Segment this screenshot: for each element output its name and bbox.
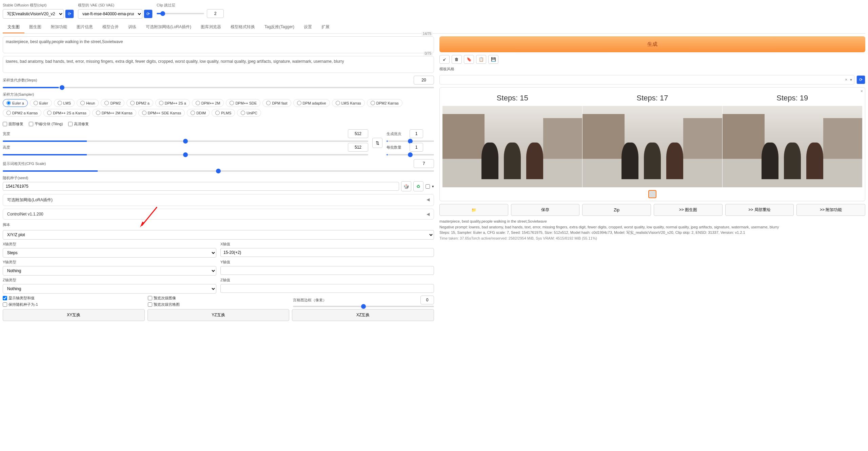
controlnet-accordion[interactable]: ControlNet v1.1.200◀ (3, 209, 434, 220)
sampler-heun[interactable]: Heun (77, 99, 99, 107)
sampler-lmskarras[interactable]: LMS Karras (332, 99, 365, 107)
clipboard-icon[interactable]: 📋 (476, 55, 486, 64)
folder-button[interactable]: 📁 (439, 204, 508, 216)
send-img2img-button[interactable]: >> 图生图 (654, 204, 723, 216)
tab-pnginfo[interactable]: 图片信息 (72, 21, 98, 33)
script-select[interactable]: X/Y/Z plot (3, 230, 434, 240)
margin-value[interactable] (420, 296, 434, 304)
tab-img2img[interactable]: 图生图 (24, 21, 46, 33)
width-value[interactable] (348, 129, 368, 138)
dice-icon[interactable]: 🎲 (401, 181, 411, 191)
ckpt-select[interactable]: 写实\realisticVisionV20_v20.safetensors [c… (3, 9, 64, 19)
swap-dims-button[interactable]: ⇅ (372, 138, 382, 148)
cfg-slider[interactable] (3, 170, 434, 172)
height-value[interactable] (348, 143, 368, 152)
tab-extras[interactable]: 附加功能 (46, 21, 72, 33)
tab-train[interactable]: 训练 (123, 21, 141, 33)
keep-seed-check[interactable]: 保持随机种子为-1 (3, 302, 144, 307)
preview-grid-check[interactable]: 预览次级宫格图 (148, 302, 289, 307)
lora-accordion[interactable]: 可选附加网络(LoRA插件)◀ (3, 194, 434, 206)
generate-button[interactable]: 生成 (439, 36, 865, 52)
zip-button[interactable]: Zip (582, 204, 651, 216)
grid-cell-1 (442, 106, 583, 187)
batch-size-value[interactable] (410, 143, 423, 152)
seed-input[interactable] (3, 182, 399, 191)
close-icon[interactable]: × (861, 89, 863, 94)
preview-sub-check[interactable]: 预览次级图像 (148, 296, 289, 301)
sampler-dpm2[interactable]: DPM2 (101, 99, 124, 107)
tab-lora[interactable]: 可选附加网络(LoRA插件) (141, 21, 196, 33)
batch-count-slider[interactable] (387, 140, 434, 142)
style-select[interactable]: ×▾ (439, 75, 854, 84)
output-grid-image[interactable]: Steps: 15 Steps: 17 Steps: 19 (442, 90, 862, 187)
z-val-input[interactable] (220, 284, 434, 293)
sampler-dpmppsde[interactable]: DPM++ SDE (226, 99, 260, 107)
send-extras-button[interactable]: >> 附加功能 (796, 204, 865, 216)
vae-select[interactable]: vae-ft-mse-840000-ema-pruned.safetensors (78, 9, 142, 19)
negative-prompt[interactable]: lowres, bad anatomy, bad hands, text, er… (3, 56, 434, 73)
sampler-dpm2karras[interactable]: DPM2 Karras (367, 99, 402, 107)
sampler-euler-a[interactable]: Euler a (3, 99, 28, 107)
sampler-ddim[interactable]: DDIM (187, 109, 210, 117)
hires-check[interactable]: 高清修复 (68, 121, 89, 127)
steps-value[interactable] (414, 76, 434, 84)
bookmark-icon[interactable]: 🔖 (464, 55, 474, 64)
sampler-dpmadaptive[interactable]: DPM adaptive (293, 99, 330, 107)
tab-settings[interactable]: 设置 (299, 21, 317, 33)
margin-slider[interactable] (293, 306, 434, 307)
sampler-label: 采样方法(Sampler) (3, 92, 434, 97)
sampler-dpmpp2mkarras[interactable]: DPM++ 2M Karras (92, 109, 136, 117)
swap-yz-button[interactable]: YZ互换 (147, 309, 290, 321)
recycle-icon[interactable]: ♻ (413, 181, 423, 191)
swap-xz-button[interactable]: XZ互换 (292, 309, 434, 321)
positive-prompt[interactable]: masterpiece, best quality,people walking… (3, 36, 434, 53)
tab-convert[interactable]: 模型格式转换 (226, 21, 260, 33)
show-labels-check[interactable]: 显示轴类型和值 (3, 296, 144, 301)
steps-slider[interactable] (3, 87, 434, 88)
sampler-dpmppsdekarras[interactable]: DPM++ SDE Karras (138, 109, 185, 117)
refresh-vae-icon[interactable]: ⟳ (144, 10, 153, 18)
extra-seed-check[interactable] (426, 184, 430, 189)
sampler-dpmpp2sa[interactable]: DPM++ 2S a (155, 99, 190, 107)
sampler-euler[interactable]: Euler (30, 99, 52, 107)
x-type-select[interactable]: Steps (3, 248, 216, 258)
batch-size-slider[interactable] (387, 154, 434, 155)
refresh-ckpt-icon[interactable]: ⟳ (65, 10, 74, 18)
width-slider[interactable] (3, 140, 368, 142)
tab-gallery[interactable]: 图库浏览器 (196, 21, 226, 33)
trash-icon[interactable]: 🗑 (452, 55, 462, 64)
height-slider[interactable] (3, 154, 368, 155)
arrow-icon[interactable]: ↙ (439, 55, 450, 64)
sampler-dpmpp2m[interactable]: DPM++ 2M (192, 99, 224, 107)
clip-slider[interactable] (157, 13, 204, 14)
sampler-dpm2akarras[interactable]: DPM2 a Karras (3, 109, 41, 117)
tab-txt2img[interactable]: 文生图 (3, 21, 24, 33)
sampler-unipc[interactable]: UniPC (237, 109, 261, 117)
refresh-style-icon[interactable]: ⟳ (856, 75, 865, 84)
sampler-dpm2a[interactable]: DPM2 a (126, 99, 153, 107)
sampler-dpmpp2sakarras[interactable]: DPM++ 2S a Karras (43, 109, 90, 117)
cfg-value[interactable] (414, 159, 434, 168)
face-restore-check[interactable]: 面部修复 (3, 121, 23, 127)
sampler-lms[interactable]: LMS (54, 99, 75, 107)
clear-icon[interactable]: × (845, 77, 847, 82)
save-button[interactable]: 保存 (511, 204, 580, 216)
margin-label: 宫格图边框（像素） (293, 298, 327, 303)
clip-value[interactable] (207, 9, 224, 18)
y-val-input[interactable] (220, 266, 434, 275)
tiling-check[interactable]: 平铺/分块 (Tiling) (29, 121, 63, 127)
tab-merge[interactable]: 模型合并 (98, 21, 123, 33)
y-type-select[interactable]: Nothing (3, 266, 216, 276)
swap-xy-button[interactable]: XY互换 (3, 309, 145, 321)
tab-extensions[interactable]: 扩展 (317, 21, 334, 33)
send-inpaint-button[interactable]: >> 局部重绘 (725, 204, 794, 216)
x-val-input[interactable] (220, 248, 434, 257)
output-thumbnail[interactable] (648, 190, 656, 198)
height-label: 高度 (3, 145, 37, 150)
save-icon[interactable]: 💾 (488, 55, 498, 64)
z-type-select[interactable]: Nothing (3, 284, 216, 294)
tab-tagger[interactable]: Tag反推(Tagger) (260, 21, 299, 33)
sampler-dpmfast[interactable]: DPM fast (262, 99, 291, 107)
sampler-plms[interactable]: PLMS (212, 109, 235, 117)
batch-count-value[interactable] (410, 129, 423, 138)
